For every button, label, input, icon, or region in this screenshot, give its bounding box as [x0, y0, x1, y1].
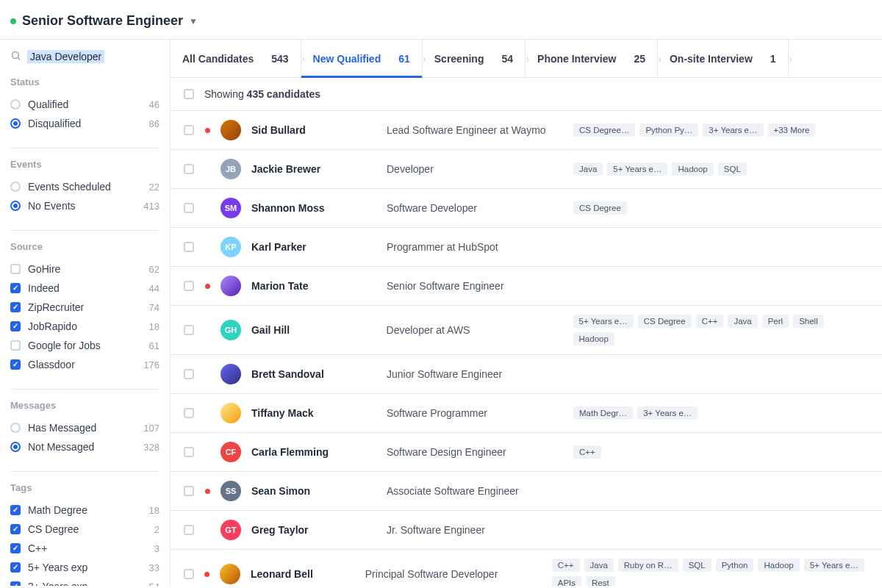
select-all-checkbox[interactable] — [184, 89, 194, 99]
candidate-row[interactable]: SMShannon MossSoftware DeveloperCS Degre… — [171, 189, 882, 228]
filter-row-jobrapido[interactable]: JobRapido18 — [10, 317, 159, 336]
tag-chip[interactable]: Rest — [586, 576, 615, 586]
tag-chip[interactable]: 3+ Years e… — [637, 406, 698, 420]
tag-chip[interactable]: Java — [728, 315, 757, 328]
tag-chip[interactable]: CS Degree — [573, 201, 627, 215]
filter-group-tags: TagsMath Degree18CS Degree2C++35+ Years … — [10, 482, 159, 586]
candidate-role: Software Developer — [387, 202, 563, 214]
tag-chip[interactable]: 5+ Years e… — [804, 559, 864, 572]
unread-dot-icon — [205, 284, 210, 289]
candidate-name: Sid Bullard — [251, 124, 376, 136]
tag-chip[interactable]: Shell — [793, 315, 824, 328]
candidate-row[interactable]: GHGail HillDeveloper at AWS5+ Years e…CS… — [171, 306, 882, 355]
filter-row-events-scheduled[interactable]: Events Scheduled22 — [10, 177, 159, 196]
tab-all-candidates[interactable]: All Candidates543› — [171, 40, 301, 77]
filter-row-not-messaged[interactable]: Not Messaged328 — [10, 437, 159, 456]
filter-row-gohire[interactable]: GoHire62 — [10, 259, 159, 279]
tag-chip[interactable]: CS Degree — [638, 315, 692, 328]
filter-row-google-for-jobs[interactable]: Google for Jobs61 — [10, 336, 159, 355]
tag-chip[interactable]: +33 More — [768, 123, 816, 137]
tag-chip[interactable]: 3+ Years e… — [703, 123, 763, 137]
filter-row-math-degree[interactable]: Math Degree18 — [10, 501, 159, 520]
candidate-tags: 5+ Years e…CS DegreeC++JavaPerlShellHado… — [573, 315, 869, 345]
tag-chip[interactable]: Math Degr… — [573, 406, 633, 420]
tag-chip[interactable]: APIs — [552, 576, 581, 586]
radio-icon — [10, 118, 21, 129]
row-checkbox[interactable] — [184, 525, 194, 535]
tab-label: Phone Interview — [537, 53, 616, 65]
tag-chip[interactable]: Perl — [762, 315, 789, 328]
row-checkbox[interactable] — [184, 281, 194, 291]
tag-chip[interactable]: Python Py… — [639, 123, 698, 137]
filter-row-qualified[interactable]: Qualified46 — [10, 95, 159, 114]
filter-group-messages: MessagesHas Messaged107Not Messaged328 — [10, 400, 159, 456]
filter-count: 3 — [154, 543, 159, 554]
candidate-row[interactable]: Leonard BellPrincipal Software Developer… — [171, 550, 882, 586]
tag-chip[interactable]: CS Degree… — [573, 123, 635, 137]
candidate-row[interactable]: SSSean SimonAssociate Software Engineer — [171, 472, 882, 511]
tag-chip[interactable]: Java — [584, 559, 614, 572]
candidate-role: Software Design Engineer — [387, 446, 563, 458]
row-checkbox[interactable] — [184, 164, 194, 174]
candidate-row[interactable]: Sid BullardLead Software Engineer at Way… — [171, 111, 882, 150]
tag-chip[interactable]: Python — [716, 559, 754, 572]
tag-chip[interactable]: Java — [573, 162, 603, 176]
candidate-row[interactable]: KPKarl ParkerProgrammer at HubSpot — [171, 228, 882, 267]
radio-icon — [10, 182, 21, 192]
filter-row-no-events[interactable]: No Events413 — [10, 196, 159, 215]
filter-row-5-years-exp[interactable]: 5+ Years exp33 — [10, 558, 159, 577]
avatar — [220, 364, 241, 384]
filter-heading: Messages — [10, 400, 159, 411]
filter-label: Disqualified — [28, 118, 81, 129]
row-checkbox[interactable] — [184, 369, 194, 379]
candidate-row[interactable]: JBJackie BrewerDeveloperJava5+ Years e…H… — [171, 150, 882, 189]
tag-chip[interactable]: 5+ Years e… — [607, 162, 667, 176]
showing-count: 435 candidates — [247, 88, 320, 100]
search-input[interactable]: Java Developer — [10, 50, 159, 63]
tab-on-site-interview[interactable]: On-site Interview1› — [658, 40, 789, 77]
row-checkbox[interactable] — [184, 447, 194, 457]
candidate-row[interactable]: CFCarla FlemmingSoftware Design Engineer… — [171, 433, 882, 472]
tab-phone-interview[interactable]: Phone Interview25› — [526, 40, 658, 77]
row-checkbox[interactable] — [184, 408, 194, 418]
filter-row-ziprecruiter[interactable]: ZipRecruiter74 — [10, 298, 159, 317]
filter-row-disqualified[interactable]: Disqualified86 — [10, 114, 159, 133]
candidate-row[interactable]: Tiffany MackSoftware ProgrammerMath Degr… — [171, 394, 882, 433]
job-title-dropdown[interactable]: Senior Software Engineer ▼ — [22, 13, 198, 29]
tag-chip[interactable]: 5+ Years e… — [573, 315, 634, 328]
tab-screening[interactable]: Screening54› — [423, 40, 526, 77]
row-checkbox[interactable] — [184, 569, 194, 579]
main-panel: All Candidates543›New Qualified61›Screen… — [171, 39, 882, 586]
job-title: Senior Software Engineer — [22, 13, 183, 29]
tag-chip[interactable]: SQL — [718, 162, 747, 176]
candidate-row[interactable]: Marion TateSenior Software Engineer — [171, 267, 882, 306]
candidate-row[interactable]: Brett SandovalJunior Software Engineer — [171, 355, 882, 394]
row-checkbox[interactable] — [184, 203, 194, 213]
tag-chip[interactable]: SQL — [683, 559, 711, 572]
candidate-role: Associate Software Engineer — [387, 485, 563, 497]
tag-chip[interactable]: Ruby on R… — [618, 559, 678, 572]
tag-chip[interactable]: Hadoop — [573, 332, 614, 345]
filter-label: 3+ Years exp — [28, 581, 87, 586]
tab-new-qualified[interactable]: New Qualified61› — [301, 40, 423, 77]
unread-slot — [204, 284, 210, 289]
filter-row-cs-degree[interactable]: CS Degree2 — [10, 520, 159, 539]
tag-chip[interactable]: Hadoop — [758, 559, 799, 572]
filter-row-has-messaged[interactable]: Has Messaged107 — [10, 418, 159, 437]
filter-row-c-[interactable]: C++3 — [10, 539, 159, 558]
filter-row-glassdoor[interactable]: Glassdoor176 — [10, 355, 159, 374]
filter-count: 54 — [149, 581, 159, 587]
filter-row-3-years-exp[interactable]: 3+ Years exp54 — [10, 577, 159, 586]
row-checkbox[interactable] — [184, 486, 194, 496]
tag-chip[interactable]: C++ — [552, 559, 580, 572]
unread-slot — [204, 128, 210, 133]
row-checkbox[interactable] — [184, 242, 194, 252]
tag-chip[interactable]: C++ — [696, 315, 724, 328]
filter-count: 176 — [143, 359, 159, 370]
tag-chip[interactable]: Hadoop — [672, 162, 713, 176]
row-checkbox[interactable] — [184, 325, 194, 335]
row-checkbox[interactable] — [184, 125, 194, 135]
tag-chip[interactable]: C++ — [573, 445, 601, 459]
filter-row-indeed[interactable]: Indeed44 — [10, 279, 159, 298]
candidate-row[interactable]: GTGreg TaylorJr. Software Engineer — [171, 511, 882, 550]
